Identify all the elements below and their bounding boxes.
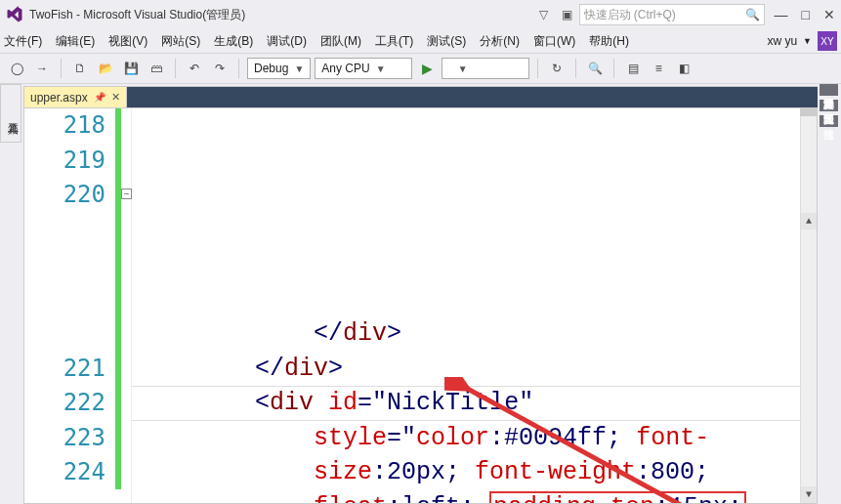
code-area[interactable]: ↩ ↩ ↩ ↩ </div> </div> <div id="NickTitle… [132, 108, 817, 503]
menu-test[interactable]: 测试(S) [427, 33, 466, 50]
vertical-scrollbar[interactable]: ▲ ▼ [800, 108, 817, 503]
team-explorer-tab[interactable]: 团队资源管理器 [820, 100, 838, 111]
new-project-button[interactable]: 🗋 [69, 58, 91, 79]
line-number: 223 [24, 421, 105, 456]
menu-window[interactable]: 窗口(W) [533, 33, 575, 50]
scroll-up-button[interactable]: ▲ [801, 213, 817, 230]
highlight-padding-top: padding-top:15px; [489, 491, 746, 504]
minimize-button[interactable]: — [775, 7, 788, 22]
window-title: TwoFish - Microsoft Visual Studio(管理员) [29, 7, 245, 23]
solution-platform-combo[interactable]: Any CPU▼ [315, 58, 412, 79]
notification-down-icon[interactable]: ▽ [536, 7, 552, 22]
code-line-219: </div> [138, 355, 343, 383]
toolbox-tab[interactable]: 工具箱 [0, 84, 21, 143]
line-number: 222 [24, 386, 105, 421]
solution-explorer-tab[interactable]: 解决方案资源管理器 [820, 84, 838, 96]
line-number: 219 [24, 144, 105, 179]
close-tab-icon[interactable]: ✕ [111, 91, 120, 104]
menu-build[interactable]: 生成(B) [214, 33, 253, 50]
menu-file[interactable]: 文件(F) [4, 33, 42, 50]
undo-button[interactable]: ↶ [184, 58, 205, 79]
document-tab-upper-aspx[interactable]: upper.aspx 📌 ✕ [23, 86, 127, 107]
menu-help[interactable]: 帮助(H) [589, 33, 629, 50]
fold-toggle-icon[interactable]: − [121, 189, 132, 199]
title-bar: TwoFish - Microsoft Visual Studio(管理员) ▽… [0, 0, 841, 29]
code-line-220b: style="color:#0094ff; font- [138, 424, 709, 452]
line-number: 224 [24, 455, 105, 490]
line-number-gutter: 218 219 220 − 221 222 223 224 [24, 108, 132, 503]
scroll-down-button[interactable]: ▼ [801, 486, 817, 503]
split-handle[interactable] [800, 108, 817, 116]
close-button[interactable]: ✕ [823, 7, 835, 22]
menu-analyze[interactable]: 分析(N) [480, 33, 520, 50]
code-line-220c: size:20px; font-weight:800; [138, 458, 709, 486]
quick-launch-input[interactable]: 快速启动 (Ctrl+Q) 🔍 [579, 4, 765, 25]
standard-toolbar: ◯ → 🗋 📂 💾 🗃 ↶ ↷ Debug▼ Any CPU▼ ▶ ▼ ↻ 🔍 … [0, 53, 841, 84]
properties-tab[interactable]: 属性 [820, 115, 838, 127]
vs-logo-icon [6, 6, 23, 23]
signed-in-user[interactable]: xw yu [767, 34, 797, 48]
code-line-220d: float:left; padding-top:15px; [138, 491, 746, 504]
browser-link-button[interactable]: ↻ [546, 58, 568, 79]
menu-edit[interactable]: 编辑(E) [56, 33, 95, 50]
right-tool-rail: 解决方案资源管理器 团队资源管理器 属性 [820, 84, 841, 504]
menu-debug[interactable]: 调试(D) [267, 33, 307, 50]
solution-config-combo[interactable]: Debug▼ [247, 58, 311, 79]
menu-tools[interactable]: 工具(T) [375, 33, 413, 50]
save-all-button[interactable]: 🗃 [146, 58, 167, 79]
open-file-button[interactable]: 📂 [95, 58, 116, 79]
quick-launch-placeholder: 快速启动 (Ctrl+Q) [584, 7, 676, 23]
search-icon: 🔍 [745, 8, 760, 21]
start-debug-button[interactable]: ▶ [416, 58, 438, 79]
find-button[interactable]: 🔍 [584, 58, 606, 79]
menu-team[interactable]: 团队(M) [320, 33, 361, 50]
menu-bar: 文件(F) 编辑(E) 视图(V) 网站(S) 生成(B) 调试(D) 团队(M… [0, 29, 841, 53]
code-editor[interactable]: 218 219 220 − 221 222 223 224 ↩ ↩ ↩ ↩ </… [23, 107, 818, 504]
toolbar-btn-a[interactable]: ▤ [622, 58, 644, 79]
toolbar-btn-c[interactable]: ◧ [673, 58, 694, 79]
code-line-220: <div id="NickTitle" [138, 389, 533, 417]
line-number: 218 [24, 108, 105, 144]
nav-fwd-button[interactable]: → [31, 58, 53, 79]
user-avatar-badge[interactable]: XY [818, 31, 837, 51]
document-tab-label: upper.aspx [30, 91, 88, 105]
pin-tab-icon[interactable]: 📌 [94, 92, 105, 103]
menu-website[interactable]: 网站(S) [161, 33, 200, 50]
maximize-button[interactable]: □ [802, 7, 810, 22]
menu-view[interactable]: 视图(V) [108, 33, 147, 50]
nav-back-button[interactable]: ◯ [6, 58, 27, 79]
save-button[interactable]: 💾 [120, 58, 142, 79]
line-number: 220 [24, 178, 105, 213]
user-dropdown-icon[interactable]: ▼ [803, 36, 812, 46]
toolbar-btn-b[interactable]: ≡ [648, 58, 669, 79]
feedback-icon[interactable]: ▣ [560, 7, 575, 22]
document-tab-well: upper.aspx 📌 ✕ [23, 86, 818, 107]
code-line-218: </div> [138, 319, 401, 348]
line-number: 221 [24, 352, 105, 387]
redo-button[interactable]: ↷ [209, 58, 231, 79]
start-target-combo[interactable]: ▼ [442, 58, 529, 79]
